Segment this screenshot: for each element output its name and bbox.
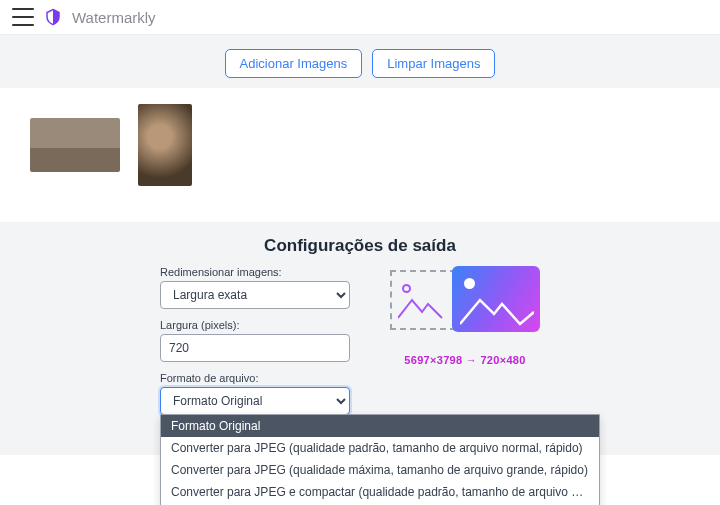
resize-illustration: 5697×3798 → 720×480 xyxy=(380,266,550,366)
format-option[interactable]: Converter para JPEG e compactar (qualida… xyxy=(161,481,599,503)
format-option[interactable]: Converter para JPEG (qualidade máxima, t… xyxy=(161,459,599,481)
format-select[interactable]: Formato Original xyxy=(160,387,350,415)
add-images-button[interactable]: Adicionar Imagens xyxy=(225,49,363,78)
shield-icon xyxy=(44,8,62,26)
image-area: Adicionar Imagens Limpar Imagens xyxy=(0,35,720,222)
settings-title: Configurações de saída xyxy=(0,236,720,256)
brand-title: Watermarkly xyxy=(72,9,156,26)
image-thumbnail[interactable] xyxy=(30,118,120,172)
resize-label: Redimensionar imagens: xyxy=(160,266,350,278)
format-label: Formato de arquivo: xyxy=(160,372,350,384)
thumbnail-strip xyxy=(0,88,720,222)
topbar: Watermarkly xyxy=(0,0,720,35)
format-dropdown: Formato Original Converter para JPEG (qu… xyxy=(160,414,600,505)
format-option[interactable]: Formato Original xyxy=(161,415,599,437)
format-option[interactable]: Converter para JPEG (qualidade padrão, t… xyxy=(161,437,599,459)
resize-select[interactable]: Largura exata xyxy=(160,281,350,309)
width-input[interactable] xyxy=(160,334,350,362)
dimensions-readout: 5697×3798 → 720×480 xyxy=(380,354,550,366)
image-thumbnail[interactable] xyxy=(138,104,192,186)
width-label: Largura (pixels): xyxy=(160,319,350,331)
menu-icon[interactable] xyxy=(12,8,34,26)
clear-images-button[interactable]: Limpar Imagens xyxy=(372,49,495,78)
